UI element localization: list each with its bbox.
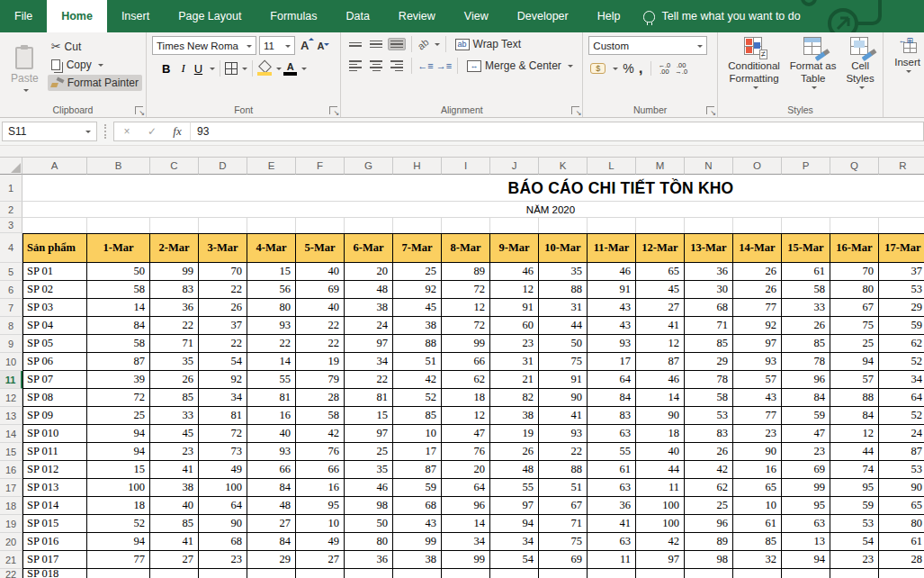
value-cell[interactable]: 46 [490, 263, 539, 281]
value-cell[interactable] [588, 569, 636, 578]
value-cell[interactable] [782, 569, 830, 578]
value-cell[interactable]: 100 [199, 479, 247, 497]
value-cell[interactable]: 88 [830, 389, 879, 407]
value-cell[interactable] [150, 569, 199, 578]
empty-cell[interactable] [393, 218, 442, 233]
value-cell[interactable]: 25 [87, 407, 150, 425]
value-cell[interactable]: 17 [393, 443, 442, 461]
empty-cell[interactable] [150, 218, 199, 233]
value-cell[interactable]: 100 [87, 479, 150, 497]
ribbon-tab-page-layout[interactable]: Page Layout [164, 0, 256, 32]
value-cell[interactable] [296, 569, 345, 578]
row-header-10[interactable]: 10 [0, 353, 22, 371]
value-cell[interactable]: 34 [442, 533, 490, 551]
italic-button[interactable]: I [176, 60, 189, 77]
value-cell[interactable]: 44 [636, 461, 685, 479]
product-name-cell[interactable]: SP 012 [22, 461, 87, 479]
value-cell[interactable]: 23 [733, 425, 782, 443]
value-cell[interactable]: 12 [490, 281, 539, 299]
table-header-date[interactable]: 12-Mar [636, 233, 685, 263]
value-cell[interactable] [879, 569, 924, 578]
value-cell[interactable] [442, 569, 490, 578]
value-cell[interactable]: 24 [345, 317, 393, 335]
row-header-9[interactable]: 9 [0, 335, 22, 353]
value-cell[interactable]: 22 [247, 335, 296, 353]
value-cell[interactable]: 88 [539, 281, 588, 299]
value-cell[interactable]: 80 [247, 299, 296, 317]
value-cell[interactable] [345, 569, 393, 578]
value-cell[interactable]: 26 [782, 317, 830, 335]
value-cell[interactable]: 93 [247, 317, 296, 335]
value-cell[interactable]: 87 [636, 353, 685, 371]
value-cell[interactable]: 91 [588, 281, 636, 299]
ribbon-tab-view[interactable]: View [450, 0, 503, 32]
value-cell[interactable]: 14 [442, 515, 490, 533]
product-name-cell[interactable]: SP 017 [22, 551, 87, 569]
table-header-date[interactable]: 13-Mar [685, 233, 733, 263]
value-cell[interactable]: 79 [296, 371, 345, 389]
value-cell[interactable]: 76 [442, 443, 490, 461]
product-name-cell[interactable]: SP 011 [22, 443, 87, 461]
value-cell[interactable]: 95 [830, 479, 879, 497]
row-header-4[interactable]: 4 [0, 233, 22, 263]
column-header-C[interactable]: C [150, 158, 199, 175]
value-cell[interactable]: 75 [539, 533, 588, 551]
empty-cell[interactable] [830, 218, 879, 233]
table-header-date[interactable]: 16-Mar [830, 233, 879, 263]
value-cell[interactable]: 63 [588, 533, 636, 551]
value-cell[interactable]: 29 [247, 551, 296, 569]
ribbon-tab-help[interactable]: Help [583, 0, 635, 32]
product-name-cell[interactable]: SP 09 [22, 407, 87, 425]
value-cell[interactable]: 77 [733, 407, 782, 425]
value-cell[interactable]: 77 [87, 551, 150, 569]
value-cell[interactable]: 49 [296, 533, 345, 551]
row-header-8[interactable]: 8 [0, 317, 22, 335]
value-cell[interactable]: 27 [150, 551, 199, 569]
clipboard-dialog-launcher[interactable] [135, 106, 143, 114]
value-cell[interactable]: 29 [879, 299, 924, 317]
orientation-dropdown-arrow[interactable] [435, 43, 440, 49]
value-cell[interactable]: 34 [879, 371, 924, 389]
value-cell[interactable]: 59 [830, 497, 879, 515]
value-cell[interactable]: 23 [830, 551, 879, 569]
value-cell[interactable]: 48 [345, 281, 393, 299]
value-cell[interactable]: 65 [879, 497, 924, 515]
table-header-date[interactable]: 5-Mar [296, 233, 345, 263]
value-cell[interactable]: 95 [296, 497, 345, 515]
value-cell[interactable]: 88 [393, 335, 442, 353]
value-cell[interactable]: 67 [830, 299, 879, 317]
value-cell[interactable]: 20 [345, 263, 393, 281]
decrease-font-size-button[interactable]: A [314, 40, 327, 52]
value-cell[interactable]: 99 [442, 551, 490, 569]
product-name-cell[interactable]: SP 013 [22, 479, 87, 497]
column-header-I[interactable]: I [442, 158, 490, 175]
ribbon-tab-data[interactable]: Data [331, 0, 383, 32]
value-cell[interactable]: 62 [685, 479, 733, 497]
column-header-L[interactable]: L [588, 158, 636, 175]
value-cell[interactable]: 12 [442, 407, 490, 425]
value-cell[interactable]: 74 [830, 461, 879, 479]
value-cell[interactable]: 48 [247, 497, 296, 515]
row-header-2[interactable]: 2 [0, 202, 22, 218]
value-cell[interactable]: 84 [782, 389, 830, 407]
value-cell[interactable]: 31 [490, 353, 539, 371]
value-cell[interactable]: 36 [150, 299, 199, 317]
value-cell[interactable]: 70 [199, 263, 247, 281]
value-cell[interactable]: 41 [150, 461, 199, 479]
value-cell[interactable]: 11 [636, 479, 685, 497]
column-header-O[interactable]: O [733, 158, 782, 175]
value-cell[interactable]: 22 [296, 335, 345, 353]
value-cell[interactable]: 54 [830, 533, 879, 551]
value-cell[interactable]: 53 [879, 281, 924, 299]
value-cell[interactable]: 22 [199, 281, 247, 299]
merge-center-button[interactable]: ↔ Merge & Center [463, 58, 577, 74]
product-name-cell[interactable]: SP 015 [22, 515, 87, 533]
value-cell[interactable]: 96 [685, 515, 733, 533]
align-center-button[interactable] [367, 58, 385, 74]
value-cell[interactable]: 62 [879, 335, 924, 353]
value-cell[interactable]: 14 [636, 389, 685, 407]
value-cell[interactable]: 97 [490, 497, 539, 515]
empty-cell[interactable] [345, 218, 393, 233]
value-cell[interactable] [830, 569, 879, 578]
value-cell[interactable]: 96 [442, 497, 490, 515]
